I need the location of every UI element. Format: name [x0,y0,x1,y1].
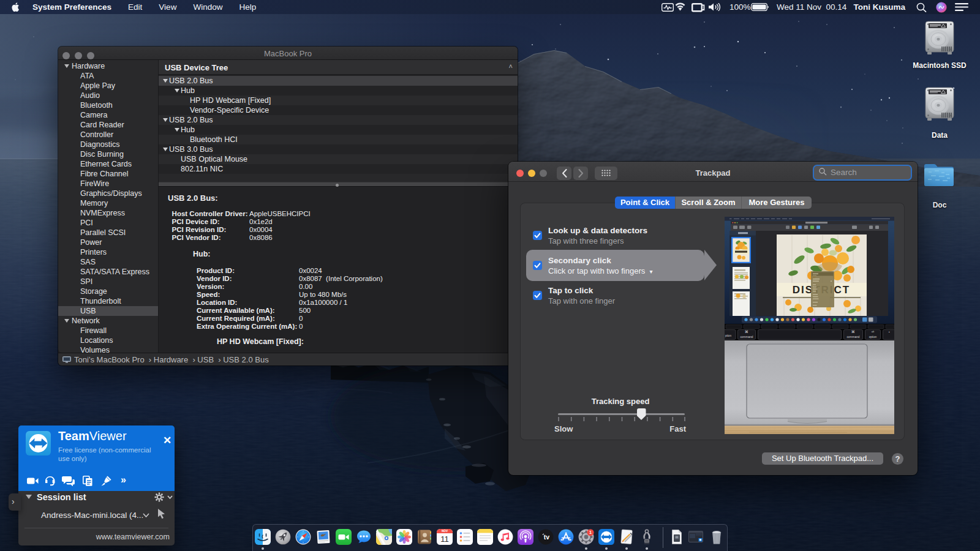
svg-text:⌘: ⌘ [851,330,855,334]
svg-text:11: 11 [440,534,449,544]
svg-text:command: command [740,335,753,339]
svg-text:▪: ▪ [889,330,890,334]
svg-text:command: command [846,335,859,339]
svg-text:ption: ption [725,334,731,337]
svg-text:NOV: NOV [442,530,448,533]
svg-text:tv: tv [544,533,549,541]
svg-text:⌘: ⌘ [745,330,748,334]
svg-text:1: 1 [589,530,592,534]
svg-text:option: option [869,335,877,339]
